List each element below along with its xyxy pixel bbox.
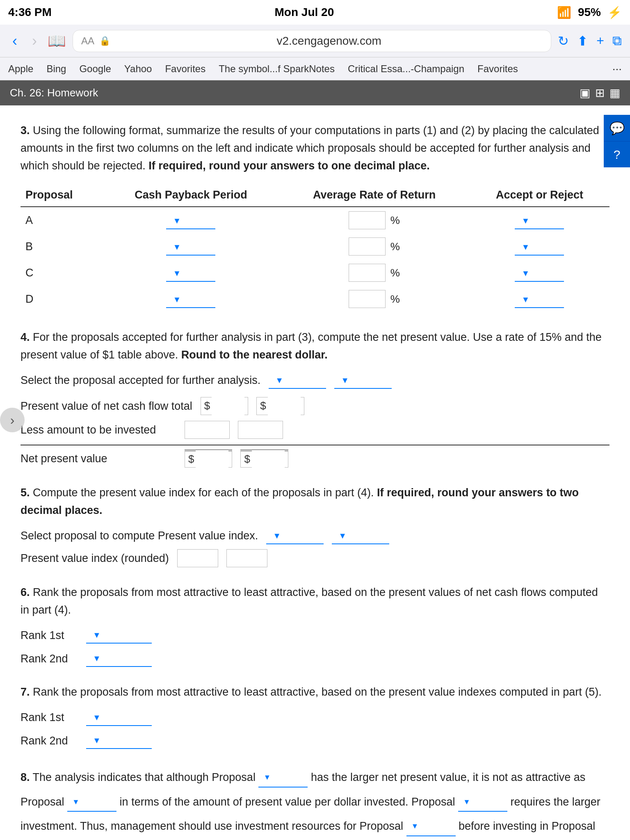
q4-npv-input-2[interactable]: $ xyxy=(240,450,288,468)
q5-pvi-field-2[interactable] xyxy=(226,549,267,567)
question-7-section: 7. Rank the proposals from most attracti… xyxy=(21,683,609,749)
q4-pv-total-field-1[interactable] xyxy=(212,397,244,415)
q6-rank1-label: Rank 1st xyxy=(21,627,78,644)
help-question-icon[interactable]: ? xyxy=(604,141,630,167)
forward-button[interactable]: › xyxy=(28,31,41,51)
page-title: Ch. 26: Homework xyxy=(10,87,98,99)
q7-instructions: 7. Rank the proposals from most attracti… xyxy=(21,683,609,701)
q4-npv-field-2[interactable] xyxy=(252,450,285,468)
q6-rank2-dropdown[interactable]: ▼ xyxy=(86,651,152,667)
q5-pvi-field-1[interactable] xyxy=(177,549,218,567)
url-display[interactable]: v2.cengagenow.com xyxy=(115,34,543,48)
help-chat-icon[interactable]: 💬 xyxy=(604,115,630,141)
proposal-d-rate-input[interactable] xyxy=(349,290,386,308)
q8-dropdown-2[interactable]: ▼ xyxy=(67,793,116,812)
proposal-b-payback-cell: ▼ xyxy=(103,233,279,260)
proposal-a-label: A xyxy=(21,207,103,233)
q4-bold: Round to the nearest dollar. xyxy=(181,349,328,361)
dropdown-arrow: ▼ xyxy=(93,652,101,664)
q4-pv-total-row: Present value of net cash flow total $ $ xyxy=(21,397,609,415)
q7-number: 7. xyxy=(21,686,30,698)
q4-less-amount-field-1[interactable] xyxy=(185,421,230,439)
proposal-d-rate-cell: % xyxy=(279,286,470,312)
q4-less-amount-field-2[interactable] xyxy=(238,421,283,439)
back-button[interactable]: ‹ xyxy=(8,31,21,51)
bookmark-favorites[interactable]: Favorites xyxy=(165,63,205,75)
proposal-b-payback-dropdown[interactable]: ▼ xyxy=(166,239,215,256)
q4-instructions: 4. For the proposals accepted for furthe… xyxy=(21,329,609,364)
q7-rank1-dropdown[interactable]: ▼ xyxy=(86,710,152,726)
header-icon-3[interactable]: ▦ xyxy=(609,86,620,100)
proposal-b-rate-input[interactable] xyxy=(349,237,386,256)
q5-proposal-dropdown-2[interactable]: ▼ xyxy=(332,528,389,544)
battery-icon: 95% xyxy=(578,6,601,19)
q8-number: 8. xyxy=(21,771,30,783)
q6-rank1-dropdown[interactable]: ▼ xyxy=(86,627,152,644)
q4-npv-field-1[interactable] xyxy=(196,450,228,468)
more-bookmarks-button[interactable]: ··· xyxy=(612,62,622,75)
question-3-section: 3. Using the following format, summarize… xyxy=(21,122,609,312)
q8-dropdown-4[interactable]: ▼ xyxy=(406,817,456,836)
proposal-c-payback-dropdown[interactable]: ▼ xyxy=(166,265,215,282)
dropdown-arrow: ▼ xyxy=(463,794,470,810)
question-4-section: 4. For the proposals accepted for furthe… xyxy=(21,329,609,468)
q5-pvi-row: Present value index (rounded) xyxy=(21,549,609,567)
dropdown-arrow: ▼ xyxy=(93,734,101,746)
bookmark-sparknotes[interactable]: The symbol...f SparkNotes xyxy=(219,63,335,75)
q4-pv-total-input-1[interactable]: $ xyxy=(201,397,248,415)
scroll-left-arrow[interactable]: › xyxy=(0,408,25,432)
q7-rank2-dropdown[interactable]: ▼ xyxy=(86,733,152,749)
q8-text3: in terms of the amount of present value … xyxy=(120,796,455,808)
q4-pv-total-label: Present value of net cash flow total xyxy=(21,398,192,415)
q8-dropdown-3[interactable]: ▼ xyxy=(458,793,507,812)
proposal-b-decision-cell: ▼ xyxy=(470,233,609,260)
dropdown-arrow: ▼ xyxy=(93,711,101,724)
new-tab-button[interactable]: + xyxy=(596,33,604,48)
proposal-d-decision-dropdown[interactable]: ▼ xyxy=(515,292,564,308)
q4-pv-total-input-2[interactable]: $ xyxy=(256,397,304,415)
tab-switcher-button[interactable]: ⧉ xyxy=(612,33,622,48)
bookmark-google[interactable]: Google xyxy=(79,63,111,75)
q8-dropdown-1[interactable]: ▼ xyxy=(258,769,308,788)
proposal-b-decision-dropdown[interactable]: ▼ xyxy=(515,239,564,256)
reload-button[interactable]: ↻ xyxy=(558,33,569,49)
header-icon-1[interactable]: ▣ xyxy=(580,86,590,100)
text-size-button[interactable]: AA xyxy=(81,35,94,47)
reader-view-icon[interactable]: 📖 xyxy=(48,32,66,50)
battery-charging-icon: ⚡ xyxy=(607,6,622,19)
q5-pvi-label: Present value index (rounded) xyxy=(21,550,169,567)
q5-select-label: Select proposal to compute Present value… xyxy=(21,527,258,544)
bookmark-favorites2[interactable]: Favorites xyxy=(477,63,518,75)
proposal-d-payback-dropdown[interactable]: ▼ xyxy=(166,292,215,308)
q4-proposal-dropdown-2[interactable]: ▼ xyxy=(334,372,392,389)
proposal-c-decision-dropdown[interactable]: ▼ xyxy=(515,265,564,282)
proposal-c-rate-input[interactable] xyxy=(349,264,386,282)
q7-rank2-label: Rank 2nd xyxy=(21,733,78,749)
q4-npv-label: Net present value xyxy=(21,450,176,467)
q4-npv-row: Net present value $ $ xyxy=(21,445,609,468)
question-5-section: 5. Compute the present value index for e… xyxy=(21,484,609,567)
proposal-a-decision-dropdown[interactable]: ▼ xyxy=(515,213,564,229)
proposal-b-rate-cell: % xyxy=(279,233,470,260)
q4-pv-total-field-2[interactable] xyxy=(268,397,301,415)
status-bar: 4:36 PM Mon Jul 20 📶 95% ⚡ xyxy=(0,0,630,25)
q5-number: 5. xyxy=(21,486,30,499)
bookmark-bing[interactable]: Bing xyxy=(46,63,66,75)
q4-proposal-dropdown-1[interactable]: ▼ xyxy=(269,372,326,389)
col-avg-rate: Average Rate of Return xyxy=(279,183,470,207)
q7-text: Rank the proposals from most attractive … xyxy=(33,686,602,698)
security-lock-icon: 🔒 xyxy=(99,36,110,46)
q5-proposal-dropdown-1[interactable]: ▼ xyxy=(266,528,324,544)
q4-select-row: Select the proposal accepted for further… xyxy=(21,372,609,389)
address-bar[interactable]: AA 🔒 v2.cengagenow.com xyxy=(73,30,551,52)
q4-npv-input-1[interactable]: $ xyxy=(185,450,232,468)
header-icon-2[interactable]: ⊞ xyxy=(595,86,605,100)
bookmark-yahoo[interactable]: Yahoo xyxy=(124,63,152,75)
proposal-a-rate-input[interactable] xyxy=(349,211,386,229)
main-content: 3. Using the following format, summarize… xyxy=(0,105,630,840)
bookmark-champaign[interactable]: Critical Essa...-Champaign xyxy=(348,63,464,75)
proposal-a-payback-dropdown[interactable]: ▼ xyxy=(166,213,215,229)
share-button[interactable]: ⬆ xyxy=(577,33,588,49)
bookmark-apple[interactable]: Apple xyxy=(8,63,33,75)
col-accept-reject: Accept or Reject xyxy=(470,183,609,207)
